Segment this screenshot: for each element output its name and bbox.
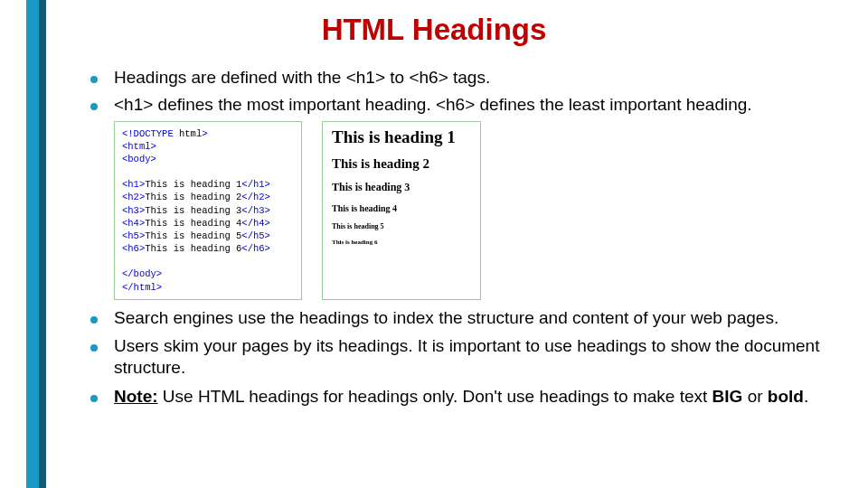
- page-title: HTML Headings: [0, 13, 868, 47]
- render-h6: This is heading 6: [332, 239, 471, 246]
- render-h3: This is heading 3: [332, 181, 471, 194]
- bullet-5-text: Note: Use HTML headings for headings onl…: [114, 386, 808, 408]
- render-h4: This is heading 4: [332, 203, 471, 213]
- figures-row: <!DOCTYPE html> <html> <body> <h1>This i…: [114, 121, 823, 300]
- accent-bar: [26, 0, 39, 488]
- bullet-3-text: Search engines use the headings to index…: [114, 307, 778, 329]
- bullet-dot-icon: [90, 395, 98, 402]
- render-h5: This is heading 5: [332, 222, 471, 230]
- bullet-1-text: Headings are defined with the <h1> to <h…: [114, 67, 490, 89]
- accent-bar-dark: [39, 0, 46, 488]
- note-or: or: [742, 387, 767, 406]
- bullet-dot-icon: [90, 316, 98, 324]
- bullet-4-text: Users skim your pages by its headings. I…: [114, 335, 823, 379]
- note-period: .: [804, 387, 808, 406]
- note-label: Note:: [114, 387, 158, 406]
- bullet-2-text: <h1> defines the most important heading.…: [114, 94, 752, 116]
- note-big: BIG: [712, 387, 743, 406]
- render-h2: This is heading 2: [332, 156, 471, 172]
- render-h1: This is heading 1: [332, 127, 471, 147]
- bullet-3: Search engines use the headings to index…: [90, 307, 823, 329]
- code-example: <!DOCTYPE html> <html> <body> <h1>This i…: [114, 121, 302, 300]
- bullet-dot-icon: [90, 76, 98, 83]
- bullet-dot-icon: [90, 103, 98, 110]
- note-text-a: Use HTML headings for headings only. Don…: [158, 387, 712, 406]
- note-bold: bold: [768, 387, 804, 406]
- render-example: This is heading 1 This is heading 2 This…: [322, 121, 481, 300]
- bullet-4: Users skim your pages by its headings. I…: [90, 335, 823, 379]
- bullet-dot-icon: [90, 344, 98, 352]
- content-area: Headings are defined with the <h1> to <h…: [90, 67, 823, 413]
- bullet-2: <h1> defines the most important heading.…: [90, 94, 823, 116]
- bullet-1: Headings are defined with the <h1> to <h…: [90, 67, 823, 89]
- bullet-5: Note: Use HTML headings for headings onl…: [90, 386, 823, 408]
- code-example-pre: <!DOCTYPE html> <html> <body> <h1>This i…: [122, 127, 294, 294]
